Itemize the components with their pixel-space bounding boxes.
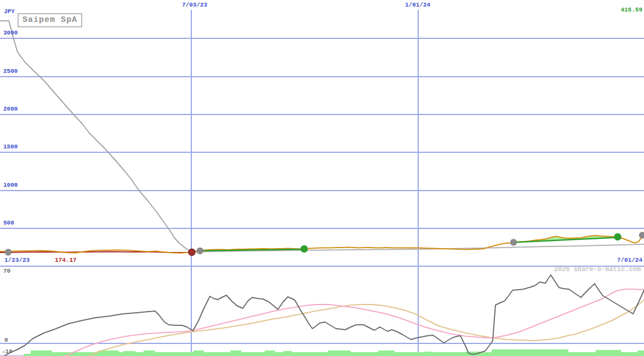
x-axis-date-1: 7/03/23 [182, 2, 207, 9]
volume-bar [292, 352, 328, 356]
marked-price-label: 174.17 [55, 257, 77, 264]
volume-bar [351, 352, 378, 356]
volume-bar [275, 352, 283, 356]
instrument-title-box: Saipem SpA [18, 13, 82, 27]
date-range-start-label: 1/23/23 [4, 257, 30, 264]
x-axis-date-2: 1/01/24 [405, 2, 430, 9]
gray-dot [5, 249, 12, 255]
volume-bar [621, 352, 637, 356]
y-tick-2000: 2000 [3, 106, 18, 113]
panel-tick-0: 0 [4, 337, 8, 344]
chart-canvas [0, 0, 644, 356]
volume-bar [637, 351, 644, 356]
currency-label: JPY [4, 8, 15, 15]
volume-bar [568, 352, 596, 356]
volume-bar [204, 352, 230, 356]
volume-bar [378, 351, 395, 356]
y-tick-1000: 1000 [3, 182, 18, 189]
instrument-title-text: Saipem SpA [22, 15, 77, 25]
last-price-label: 415.59 [620, 7, 642, 14]
volume-bar [241, 352, 265, 356]
volume-bar [144, 351, 155, 356]
volume-bar [395, 352, 425, 356]
green-dot [301, 246, 307, 252]
watermark: 2026 share-o-matic.com [554, 266, 641, 273]
volume-bar [230, 351, 241, 356]
volume-bar [283, 351, 292, 356]
y-tick-3000: 3000 [3, 30, 18, 37]
date-range-end-label: 7/01/24 [617, 257, 642, 264]
volume-bar [193, 351, 204, 356]
price-history-gray-line [0, 21, 191, 252]
green-dot [614, 234, 621, 240]
y-tick-2500: 2500 [3, 68, 18, 75]
volume-bar [155, 352, 193, 356]
volume-bar [135, 352, 144, 356]
volume-bar [31, 351, 52, 356]
volume-bar [492, 349, 568, 356]
panel-tick-70: 70 [3, 268, 10, 275]
volume-bar [99, 351, 119, 356]
volume-bar [433, 352, 466, 356]
oscillator-tan-line [89, 300, 644, 356]
volume-bar [52, 352, 99, 356]
y-tick-500: 500 [3, 220, 14, 227]
oscillator-pink-line [65, 289, 644, 356]
volume-bar [596, 350, 621, 356]
volume-bar [425, 352, 433, 356]
y-tick-1500: 1500 [3, 143, 18, 151]
volume-bar [265, 351, 275, 356]
gray-dot [640, 232, 644, 238]
gray-dot [197, 248, 203, 254]
red-dot [189, 249, 195, 256]
panel-tick-neg10: -10 [2, 348, 13, 355]
volume-bar [123, 351, 135, 356]
stock-chart-window: JPY Saipem SpA 7/03/23 1/01/24 415.59 30… [0, 0, 644, 356]
volume-bar [24, 354, 31, 356]
volume-bar [480, 352, 492, 356]
volume-bar [328, 351, 351, 356]
gray-dot [511, 239, 517, 245]
volume-bar [119, 352, 123, 356]
